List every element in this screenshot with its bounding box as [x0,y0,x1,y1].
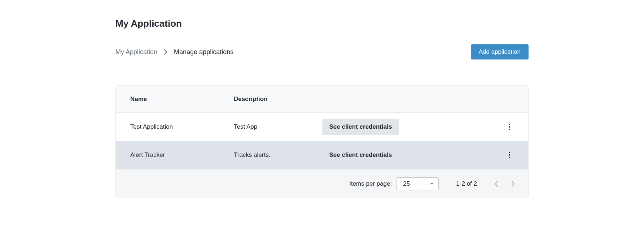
table-row: Test Application Test App See client cre… [116,113,528,141]
items-per-page-label: Items per page: [349,180,392,187]
table-row: Alert Tracker Tracks alerts. See client … [116,141,528,169]
app-description-cell: Test App [234,123,322,131]
svg-point-0 [509,124,510,125]
svg-point-3 [509,152,510,153]
svg-point-1 [509,126,510,128]
page-title: My Application [115,18,529,29]
previous-page-button[interactable] [494,181,498,187]
chevron-right-icon [164,49,167,54]
breadcrumb: My Application Manage applications [115,48,233,56]
next-page-button[interactable] [511,181,515,187]
column-header-description: Description [234,96,322,103]
table-header-row: Name Description [116,86,528,113]
column-header-name: Name [130,96,234,103]
applications-table: Name Description Test Application Test A… [115,85,529,198]
app-name-cell: Test Application [130,123,234,131]
breadcrumb-parent-link[interactable]: My Application [115,48,157,56]
see-client-credentials-button[interactable]: See client credentials [322,119,399,135]
table-footer: Items per page: 25 1-2 of 2 [116,169,528,198]
app-description-cell: Tracks alerts. [234,151,322,159]
svg-point-2 [509,129,510,130]
items-per-page-select[interactable]: 25 [396,177,439,190]
app-name-cell: Alert Tracker [130,151,234,159]
pagination-range: 1-2 of 2 [456,180,477,187]
caret-down-icon [430,182,434,185]
kebab-menu-icon[interactable] [505,121,514,132]
see-client-credentials-button[interactable]: See client credentials [322,147,399,163]
add-application-button[interactable]: Add application [471,44,529,59]
breadcrumb-current: Manage applications [174,48,233,56]
kebab-menu-icon[interactable] [505,150,514,160]
svg-point-5 [509,157,510,158]
svg-point-4 [509,154,510,156]
items-per-page-value: 25 [403,180,410,187]
